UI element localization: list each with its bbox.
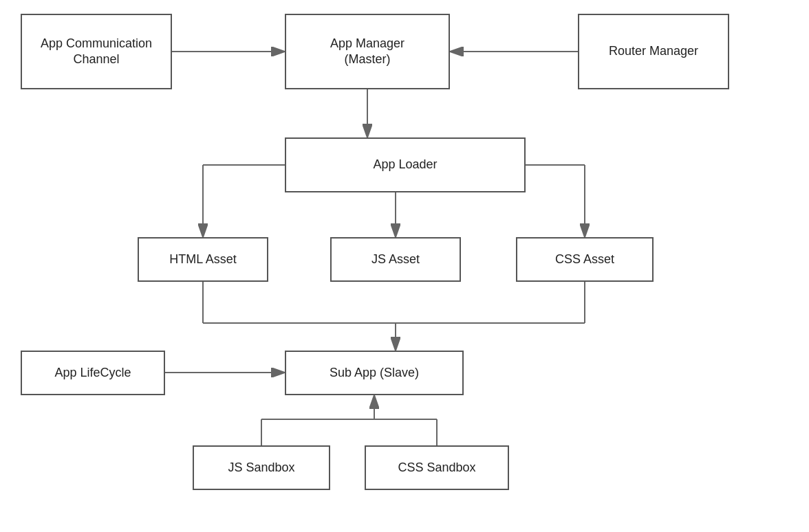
css-asset-box: CSS Asset xyxy=(516,237,654,282)
diagram: App CommunicationChannel App Manager(Mas… xyxy=(0,0,809,532)
css-sandbox-box: CSS Sandbox xyxy=(365,445,509,490)
sub-app-box: Sub App (Slave) xyxy=(285,351,464,395)
js-sandbox-label: JS Sandbox xyxy=(228,460,294,476)
html-asset-label: HTML Asset xyxy=(169,252,236,267)
app-lifecycle-box: App LifeCycle xyxy=(21,351,165,395)
js-asset-box: JS Asset xyxy=(330,237,461,282)
app-manager-label: App Manager(Master) xyxy=(330,36,404,68)
router-manager-box: Router Manager xyxy=(578,14,729,89)
css-sandbox-label: CSS Sandbox xyxy=(398,460,475,476)
app-comm-label: App CommunicationChannel xyxy=(41,36,152,68)
app-comm-box: App CommunicationChannel xyxy=(21,14,172,89)
css-asset-label: CSS Asset xyxy=(555,252,614,267)
app-loader-label: App Loader xyxy=(373,157,437,173)
html-asset-box: HTML Asset xyxy=(138,237,268,282)
app-loader-box: App Loader xyxy=(285,137,526,192)
js-sandbox-box: JS Sandbox xyxy=(193,445,330,490)
sub-app-label: Sub App (Slave) xyxy=(330,365,419,381)
app-lifecycle-label: App LifeCycle xyxy=(54,365,131,381)
app-manager-box: App Manager(Master) xyxy=(285,14,450,89)
router-manager-label: Router Manager xyxy=(609,43,698,59)
js-asset-label: JS Asset xyxy=(371,252,420,267)
